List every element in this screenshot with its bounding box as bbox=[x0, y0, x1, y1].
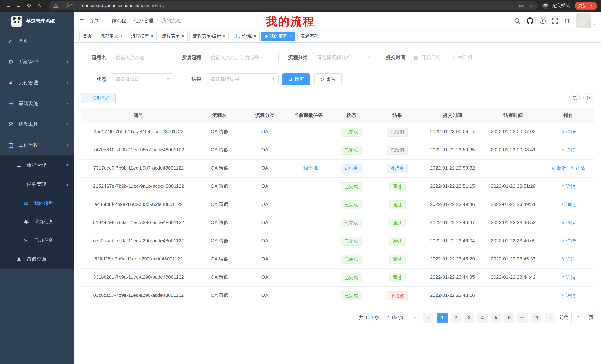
close-icon[interactable]: × bbox=[320, 33, 323, 39]
refresh-icon: ↻ bbox=[586, 95, 591, 101]
password-key-icon[interactable] bbox=[519, 3, 524, 9]
toggle-search-button[interactable] bbox=[570, 93, 580, 103]
sidebar-item-system[interactable]: ⚙ 系统管理 ▾ bbox=[0, 52, 74, 72]
action-detail-link[interactable]: ✎详情 bbox=[561, 129, 576, 135]
action-detail-link[interactable]: ✎详情 bbox=[571, 165, 585, 172]
forward-icon[interactable]: → bbox=[14, 1, 23, 10]
url-text: dashboard.yudao.iocoder.cn/bpm/task/my bbox=[82, 3, 165, 9]
reload-icon[interactable]: ↻ bbox=[25, 1, 33, 10]
browser-menu-icon[interactable]: ⋮ bbox=[589, 3, 594, 9]
fullscreen-icon[interactable] bbox=[552, 18, 558, 24]
status-select[interactable]: 请选择状态 ▾ bbox=[111, 74, 173, 85]
result-tag: 通过 bbox=[389, 237, 405, 245]
pager-page[interactable]: 11 bbox=[531, 313, 541, 323]
github-icon[interactable] bbox=[527, 18, 533, 24]
sidebar-item-payment[interactable]: ¥ 支付管理 ▾ bbox=[0, 72, 74, 93]
page-size-select[interactable]: 10条/页 ▾ bbox=[384, 313, 419, 323]
breadcrumb-workflow[interactable]: 工作流程 bbox=[107, 18, 126, 24]
select-placeholder: 请选择流结果 bbox=[210, 77, 240, 83]
tab[interactable]: 流程定义× bbox=[97, 31, 126, 41]
action-detail-link[interactable]: ✎详情 bbox=[561, 238, 576, 244]
home-icon[interactable]: ⌂ bbox=[35, 1, 44, 10]
avatar[interactable] bbox=[576, 13, 591, 28]
tab[interactable]: 流程表单× bbox=[159, 31, 188, 41]
pager-page[interactable]: 6 bbox=[504, 313, 514, 323]
tab-active[interactable]: 我的流程× bbox=[261, 31, 295, 41]
task-link[interactable]: 一级审批 bbox=[299, 165, 318, 171]
col-end-time: 结束时间 bbox=[483, 108, 543, 123]
cell-end-time: 2022-01-23 00:08:41 bbox=[483, 141, 543, 159]
action-cancel-link[interactable]: ⊘取消 bbox=[552, 165, 566, 172]
pager-page[interactable]: 3 bbox=[464, 313, 474, 323]
tab-label: 首页 bbox=[83, 33, 92, 39]
logo[interactable]: 芋道管理系统 bbox=[0, 11, 74, 31]
user-menu[interactable]: ▾ bbox=[576, 13, 595, 28]
close-icon[interactable]: × bbox=[289, 33, 292, 39]
action-detail-link[interactable]: ✎详情 bbox=[561, 220, 576, 226]
tab[interactable]: 用户分组× bbox=[231, 31, 260, 41]
tab[interactable]: 发起流程× bbox=[297, 31, 326, 41]
create-process-button[interactable]: ＋ 发起流程 bbox=[81, 93, 115, 103]
action-detail-link[interactable]: ✎详情 bbox=[561, 293, 576, 299]
sidebar-item-dev-tools[interactable]: ⚒ 研发工具 ▾ bbox=[0, 114, 74, 135]
table-row: 7470a810-7b9b-11ec-b5b7-acde48001122OA 请… bbox=[81, 141, 594, 159]
pager-next-button[interactable]: › bbox=[545, 313, 555, 323]
close-icon[interactable]: × bbox=[182, 33, 184, 39]
pager-page[interactable]: 4 bbox=[477, 313, 488, 323]
sidebar-item-done-tasks[interactable]: ✂ 已办任务 bbox=[0, 231, 74, 250]
font-size-icon[interactable]: TT bbox=[564, 17, 570, 24]
action-detail-link[interactable]: ✎详情 bbox=[561, 274, 576, 280]
search-button[interactable]: 搜索 bbox=[282, 74, 310, 85]
pager-more[interactable]: ••• bbox=[517, 313, 528, 323]
sidebar-item-leave-query[interactable]: ♟ 请假查询 bbox=[0, 250, 74, 269]
breadcrumb-task-management[interactable]: 任务管理 bbox=[134, 18, 153, 24]
bookmark-star-icon[interactable]: ☆ bbox=[529, 3, 534, 9]
breadcrumb-home[interactable]: 首页 bbox=[89, 18, 99, 24]
pager-page[interactable]: 5 bbox=[491, 313, 501, 323]
tab[interactable]: 流程模型× bbox=[128, 31, 157, 41]
chevron-down-icon: ▾ bbox=[67, 101, 68, 106]
process-category-select[interactable]: 请选择流程分类 ▾ bbox=[312, 52, 374, 63]
close-icon[interactable]: × bbox=[120, 33, 123, 39]
status-tag: 已完成 bbox=[341, 182, 362, 191]
back-icon[interactable]: ← bbox=[4, 1, 13, 10]
close-icon[interactable]: × bbox=[254, 33, 256, 39]
process-name-input[interactable] bbox=[111, 52, 173, 63]
action-detail-link[interactable]: ✎详情 bbox=[561, 183, 576, 190]
action-detail-link[interactable]: ✎详情 bbox=[561, 147, 576, 153]
submit-time-range-picker[interactable]: ▦ 开始日期 - 结束日期 bbox=[410, 52, 495, 63]
url-domain: dashboard.yudao.iocoder.cn bbox=[82, 3, 138, 8]
tab[interactable]: 流程表单-编辑× bbox=[190, 31, 229, 41]
action-detail-link[interactable]: ✎详情 bbox=[561, 202, 576, 208]
goto-page-input[interactable] bbox=[571, 313, 586, 323]
sidebar-item-task-management[interactable]: ◳ 任务管理 ▴ bbox=[0, 175, 74, 194]
address-bar[interactable]: 不安全 dashboard.yudao.iocoder.cn/bpm/task/… bbox=[49, 1, 538, 10]
reset-button[interactable]: ↻ 重置 bbox=[314, 74, 342, 85]
cell-actions: ✎详情 bbox=[543, 268, 594, 287]
sidebar-item-workflow[interactable]: ◫ 工作流程 ▴ bbox=[0, 135, 74, 155]
pager-page[interactable]: 1 bbox=[437, 313, 448, 323]
refresh-table-button[interactable]: ↻ bbox=[583, 93, 594, 103]
sidebar-item-process-management[interactable]: ☰ 流程管理 ▾ bbox=[0, 155, 74, 175]
search-icon[interactable] bbox=[514, 18, 520, 24]
sidebar-item-infrastructure[interactable]: ▤ 基础设施 ▾ bbox=[0, 93, 74, 114]
col-status: 状态 bbox=[330, 108, 372, 123]
cell-task bbox=[287, 214, 330, 232]
result-select[interactable]: 请选择流结果 ▾ bbox=[206, 74, 279, 85]
close-icon[interactable]: × bbox=[223, 33, 225, 39]
sidebar-item-home[interactable]: ⌂ 首页 bbox=[0, 31, 74, 52]
process-definition-input[interactable] bbox=[206, 52, 279, 63]
pager-page[interactable]: 2 bbox=[451, 313, 461, 323]
create-process-label: 发起流程 bbox=[92, 95, 110, 101]
tasks-icon: ◳ bbox=[16, 181, 22, 188]
update-button[interactable]: 更新 ⋮ bbox=[575, 2, 597, 10]
pager-prev-button[interactable]: ‹ bbox=[423, 313, 433, 323]
detail-icon: ✎ bbox=[561, 293, 565, 298]
close-icon[interactable]: × bbox=[151, 33, 153, 39]
hamburger-icon[interactable]: ≡ bbox=[80, 16, 84, 25]
sidebar-item-todo-tasks[interactable]: ◉ 待办任务 bbox=[0, 213, 74, 231]
action-detail-link[interactable]: ✎详情 bbox=[561, 256, 576, 262]
tab[interactable]: 首页 bbox=[80, 31, 95, 41]
sidebar-item-my-process[interactable]: ✉ 我的流程 bbox=[0, 194, 74, 213]
help-icon[interactable]: ? bbox=[540, 18, 545, 24]
